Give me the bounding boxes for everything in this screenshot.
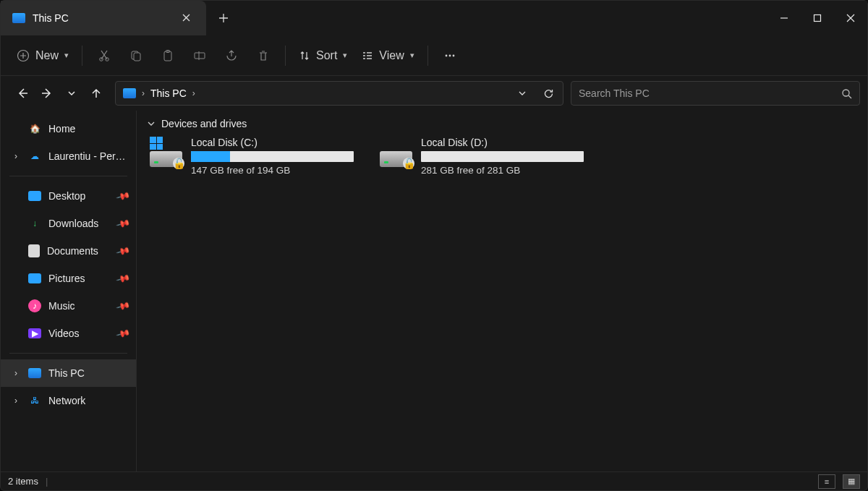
new-button[interactable]: New ▾ — [11, 43, 75, 69]
sidebar-item-network[interactable]: › 🖧 Network — [1, 387, 136, 414]
navigation-row: › This PC › — [1, 76, 867, 111]
sidebar-item-music[interactable]: ♪ Music 📌 — [1, 292, 136, 320]
chevron-down-icon: ▾ — [343, 51, 347, 60]
maximize-button[interactable] — [801, 1, 834, 35]
svg-rect-5 — [134, 53, 140, 61]
sidebar-item-label: Network — [48, 395, 129, 406]
drive-item[interactable]: 🔓Local Disk (C:)147 GB free of 194 GB — [147, 135, 357, 177]
drive-free-text: 281 GB free of 281 GB — [421, 165, 584, 176]
close-window-button[interactable] — [834, 1, 867, 35]
content-area: Devices and drives 🔓Local Disk (C:)147 G… — [137, 111, 867, 471]
paste-icon — [161, 49, 174, 62]
videos-icon: ▶ — [28, 328, 41, 338]
unlock-icon: 🔓 — [173, 158, 184, 169]
sidebar-item-desktop[interactable]: Desktop 📌 — [1, 182, 136, 210]
tab-close-button[interactable] — [177, 9, 196, 27]
sidebar: 🏠 Home › ☁ Laurentiu - Personal Desktop … — [1, 111, 137, 471]
cloud-icon: ☁ — [28, 150, 41, 163]
music-icon: ♪ — [28, 299, 41, 312]
minimize-button[interactable] — [767, 1, 801, 35]
delete-button[interactable] — [249, 43, 278, 69]
share-button[interactable] — [217, 43, 246, 69]
rename-button[interactable] — [185, 43, 214, 69]
chevron-right-icon[interactable]: › — [11, 368, 21, 378]
drive-usage-bar — [191, 151, 354, 162]
svg-point-10 — [448, 54, 451, 56]
search-input[interactable] — [579, 87, 841, 99]
breadcrumb[interactable]: This PC — [150, 87, 187, 99]
svg-point-9 — [445, 54, 447, 56]
plus-icon — [218, 13, 229, 23]
sort-button[interactable]: Sort ▾ — [293, 43, 353, 69]
pictures-icon — [28, 273, 41, 283]
sidebar-item-onedrive[interactable]: › ☁ Laurentiu - Personal — [1, 142, 136, 170]
drive-item[interactable]: 🔓Local Disk (D:)281 GB free of 281 GB — [377, 135, 587, 177]
cut-icon — [98, 49, 111, 62]
file-explorer-window: This PC New ▾ S — [0, 0, 868, 491]
more-icon — [443, 49, 456, 62]
arrow-right-icon — [41, 87, 53, 99]
more-button[interactable] — [435, 43, 464, 69]
sidebar-item-this-pc[interactable]: › This PC — [1, 359, 136, 387]
tab-this-pc[interactable]: This PC — [1, 1, 206, 35]
unlock-icon: 🔓 — [403, 158, 414, 169]
cut-button[interactable] — [90, 43, 119, 69]
body: 🏠 Home › ☁ Laurentiu - Personal Desktop … — [1, 111, 867, 471]
group-header[interactable]: Devices and drives — [147, 118, 857, 129]
title-bar: This PC — [1, 1, 867, 35]
item-count: 2 items — [8, 476, 38, 487]
refresh-button[interactable] — [538, 83, 558, 103]
close-icon — [182, 14, 190, 22]
share-icon — [225, 49, 238, 62]
chevron-down-icon — [518, 89, 527, 98]
chevron-right-icon[interactable]: › — [11, 151, 21, 161]
document-icon — [28, 244, 40, 257]
window-controls — [767, 1, 867, 35]
desktop-icon — [28, 191, 41, 201]
details-view-button[interactable]: ≡ — [818, 474, 835, 489]
chevron-down-icon: ▾ — [64, 51, 69, 60]
new-tab-button[interactable] — [206, 1, 241, 35]
maximize-icon — [813, 14, 822, 22]
drives-list: 🔓Local Disk (C:)147 GB free of 194 GB🔓Lo… — [147, 135, 857, 177]
network-icon: 🖧 — [28, 394, 41, 407]
view-icon — [362, 50, 373, 61]
svg-rect-8 — [195, 53, 205, 59]
chevron-down-icon — [67, 88, 77, 98]
sidebar-divider — [9, 353, 127, 354]
back-button[interactable] — [11, 82, 34, 105]
up-button[interactable] — [85, 82, 108, 105]
arrow-left-icon — [17, 87, 28, 99]
new-label: New — [35, 49, 59, 62]
chevron-right-icon[interactable]: › — [11, 396, 21, 406]
sidebar-item-documents[interactable]: Documents 📌 — [1, 237, 136, 265]
sort-icon — [299, 50, 310, 61]
minimize-icon — [780, 14, 788, 22]
paste-button[interactable] — [153, 43, 182, 69]
forward-button[interactable] — [35, 82, 59, 105]
download-icon: ↓ — [28, 217, 41, 230]
rename-icon — [193, 49, 206, 62]
close-icon — [846, 14, 855, 22]
sidebar-item-videos[interactable]: ▶ Videos 📌 — [1, 320, 136, 347]
chevron-down-icon: ▾ — [410, 51, 414, 60]
address-history-button[interactable] — [512, 83, 532, 103]
sidebar-item-home[interactable]: 🏠 Home — [1, 115, 136, 142]
drive-name: Local Disk (D:) — [421, 137, 584, 148]
new-icon — [17, 49, 30, 62]
tiles-view-button[interactable]: ▦ — [843, 474, 860, 489]
sort-label: Sort — [316, 49, 337, 62]
sidebar-divider — [9, 176, 127, 176]
recent-button[interactable] — [60, 82, 83, 105]
drive-free-text: 147 GB free of 194 GB — [191, 165, 354, 176]
copy-icon — [129, 49, 142, 62]
view-button[interactable]: View ▾ — [356, 43, 420, 69]
sidebar-item-downloads[interactable]: ↓ Downloads 📌 — [1, 210, 136, 237]
tab-title: This PC — [33, 12, 69, 24]
copy-button[interactable] — [122, 43, 150, 69]
chevron-right-icon: › — [192, 88, 195, 98]
search-box[interactable] — [571, 81, 860, 106]
sidebar-item-pictures[interactable]: Pictures 📌 — [1, 265, 136, 292]
svg-rect-0 — [814, 15, 821, 22]
address-bar[interactable]: › This PC › — [115, 81, 563, 106]
